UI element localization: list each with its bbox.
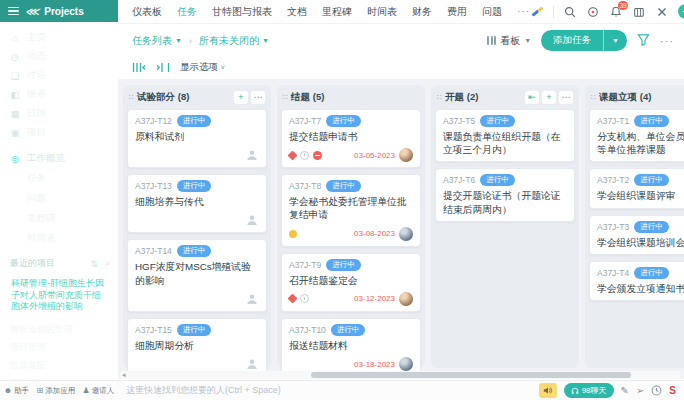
pen-icon[interactable]: ✎ <box>621 385 629 396</box>
status-badge: 进行中 <box>326 180 361 192</box>
recent-project-item[interactable]: 项目管理 <box>0 338 118 356</box>
recent-project-item[interactable]: 总成装配 <box>0 356 118 374</box>
home-icon: ⌂ <box>10 33 20 43</box>
sidebar-subitem-里程碑[interactable]: 里程碑 <box>0 208 118 228</box>
column-header[interactable]: ∷开题 (2)⇤+⋯ <box>437 91 573 104</box>
column-more-button[interactable]: ⋯ <box>559 91 573 104</box>
sidebar-section-label: 工作概览 <box>27 152 65 165</box>
expand-all-columns-icon[interactable] <box>156 62 170 73</box>
chat-widget-button[interactable]: 98聊天 <box>564 383 614 398</box>
task-card[interactable]: A37J-T12进行中原料和试剂 <box>127 109 267 168</box>
tab-问题[interactable]: 问题 <box>482 5 502 19</box>
hamburger-icon[interactable] <box>8 7 19 16</box>
sidebar-section-header[interactable]: ◎ 工作概览 <box>0 142 118 168</box>
extension-logo[interactable]: S <box>669 385 676 396</box>
sidebar-item-讨论[interactable]: ❑讨论 <box>0 66 118 85</box>
cursor-icon[interactable]: ➢ <box>636 385 644 396</box>
target-icon[interactable] <box>586 5 600 19</box>
clock-icon[interactable] <box>651 385 662 396</box>
drag-handle-icon[interactable]: ∷ <box>437 93 441 102</box>
assignee-avatar <box>399 227 413 241</box>
highlighter-icon[interactable] <box>530 5 544 19</box>
filter-icon[interactable] <box>637 32 650 50</box>
task-card[interactable]: A37J-T3进行中学会组织课题培训会 <box>589 215 684 255</box>
sidebar-item-动态[interactable]: ◷动态 <box>0 47 118 66</box>
search-projects-icon[interactable]: ⌕ <box>105 258 110 269</box>
task-list-selector[interactable]: 任务列表▼ <box>132 34 182 48</box>
task-card[interactable]: A37J-T13进行中细胞培养与传代 <box>127 174 267 233</box>
sidebar-item-日历[interactable]: ▦日历 <box>0 104 118 123</box>
scope-selector[interactable]: 所有未关闭的▼ <box>199 34 269 48</box>
footer-邀请人[interactable]: ♟邀请人 <box>83 386 115 396</box>
collapse-all-columns-icon[interactable] <box>132 62 146 73</box>
project-icon: ▣ <box>10 128 20 138</box>
footer-item-label: 助手 <box>14 386 29 396</box>
recent-project-item[interactable]: 餐饮连锁店管理 <box>0 320 118 338</box>
assignee-placeholder-icon[interactable] <box>245 357 259 371</box>
tab-时间表[interactable]: 时间表 <box>367 5 397 19</box>
tab-仪表板[interactable]: 仪表板 <box>132 5 162 19</box>
bell-icon[interactable]: 39 <box>609 5 623 19</box>
toolbar-more-button[interactable]: ··· <box>660 35 674 47</box>
tabs-more-button[interactable]: ··· <box>517 6 530 17</box>
tab-文档[interactable]: 文档 <box>287 5 307 19</box>
drag-handle-icon[interactable]: ∷ <box>129 93 133 102</box>
column-header[interactable]: ∷结题 (5) <box>283 91 419 104</box>
task-card[interactable]: A37J-T2进行中学会组织课题评审 <box>589 168 684 208</box>
task-card[interactable]: A37J-T14进行中HGF浓度对MSCs增殖试验的影响 <box>127 239 267 311</box>
scrollbar-thumb[interactable] <box>311 372 631 378</box>
task-card[interactable]: A37J-T15进行中细胞周期分析 <box>127 318 267 377</box>
bottom-bar: ☻助手⊞添加应用♟邀请人 这里快速找到您想要的人(Ctrl + Space) 9… <box>0 380 684 400</box>
add-task-button[interactable]: 添加任务 ▼ <box>541 30 627 51</box>
column-header[interactable]: ∷试验部分 (8)+⋯ <box>129 91 265 104</box>
priority-diamond-icon <box>288 294 298 304</box>
assignee-placeholder-icon[interactable] <box>245 148 259 162</box>
drag-handle-icon[interactable]: ∷ <box>591 93 595 102</box>
column-more-button[interactable]: ⋯ <box>251 91 265 104</box>
sidebar-item-项目[interactable]: ▣项目 <box>0 123 118 142</box>
speaker-icon[interactable] <box>539 383 557 398</box>
sort-icon[interactable]: ⇅ <box>90 259 98 269</box>
card-header: A37J-T13进行中 <box>135 180 259 192</box>
column-collapse-button[interactable]: ⇤ <box>525 91 539 104</box>
scroll-left-arrow[interactable]: ◂ <box>120 371 128 379</box>
view-mode-selector[interactable]: 看板 ▼ <box>487 34 531 48</box>
task-card[interactable]: A37J-T6进行中提交开题论证书（开题论证结束后两周内） <box>435 168 575 221</box>
search-icon[interactable] <box>563 5 577 19</box>
column-add-button[interactable]: + <box>234 91 248 104</box>
assignee-placeholder-icon[interactable] <box>245 213 259 227</box>
task-card[interactable]: A37J-T1进行中分支机构、单位会员、地区等单位推荐课题 <box>589 109 684 162</box>
assignee-placeholder-icon[interactable] <box>245 292 259 306</box>
sidebar-item-报表[interactable]: ◧报表 <box>0 85 118 104</box>
status-badge: 进行中 <box>177 115 212 127</box>
column-add-button[interactable]: + <box>542 91 556 104</box>
horizontal-scrollbar[interactable]: ◂ <box>120 371 681 379</box>
x-icon[interactable] <box>655 5 669 19</box>
tab-财务[interactable]: 财务 <box>412 5 432 19</box>
sidebar-subitem-时间表[interactable]: 时间表 <box>0 228 118 248</box>
tab-里程碑[interactable]: 里程碑 <box>322 5 352 19</box>
card-header: A37J-T12进行中 <box>135 115 259 127</box>
footer-添加应用[interactable]: ⊞添加应用 <box>37 386 76 396</box>
task-card[interactable]: A37J-T10进行中报送结题材料03-18-2023 <box>281 318 421 377</box>
quick-command-input[interactable]: 这里快速找到您想要的人(Ctrl + Space) <box>126 384 539 397</box>
tab-任务[interactable]: 任务 <box>177 5 197 19</box>
add-task-dropdown[interactable]: ▼ <box>603 30 627 51</box>
task-card[interactable]: A37J-T7进行中提交结题申请书03-05-2023 <box>281 109 421 168</box>
task-card[interactable]: A37J-T5进行中课题负责单位组织开题（在立项三个月内） <box>435 109 575 162</box>
tab-甘特图与报表[interactable]: 甘特图与报表 <box>212 5 272 19</box>
tab-费用[interactable]: 费用 <box>447 5 467 19</box>
sidebar-subitem-任务[interactable]: 任务 <box>0 168 118 188</box>
task-card[interactable]: A37J-T9进行中召开结题鉴定会03-12-2023 <box>281 253 421 312</box>
sidebar-item-主页[interactable]: ⌂主页 <box>0 28 118 47</box>
drag-handle-icon[interactable]: ∷ <box>283 93 287 102</box>
sidebar-subitem-问题[interactable]: 问题 <box>0 188 118 208</box>
task-card[interactable]: A37J-T4进行中学会颁发立项通知书 <box>589 261 684 301</box>
apps-icon[interactable] <box>632 5 646 19</box>
task-card[interactable]: A37J-T8进行中学会秘书处委托管理单位批复结申请03-08-2023 <box>281 174 421 246</box>
column-header[interactable]: ∷课题立项 (4) <box>591 91 684 104</box>
add-member-button[interactable]: + <box>678 4 684 19</box>
footer-助手[interactable]: ☻助手 <box>4 386 29 396</box>
recent-project-selected[interactable]: 科研管理-肝细胞生长因子对人脐带间充质干细胞体外增殖的影响 <box>6 275 112 316</box>
display-options-button[interactable]: 显示选项 ˅ <box>180 61 225 74</box>
